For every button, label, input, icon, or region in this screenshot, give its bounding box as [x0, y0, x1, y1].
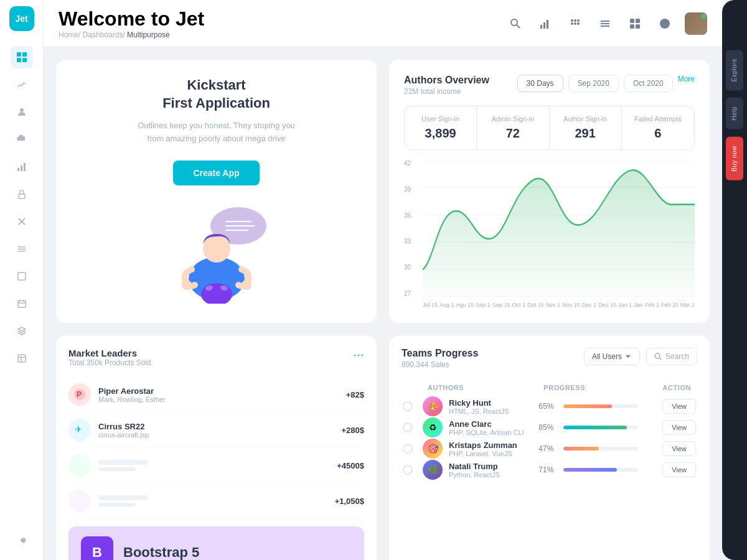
chart-y-labels: 42 39 36 33 30 27 [404, 160, 411, 297]
authors-title-group: Authors Overview 22M total income [404, 75, 489, 96]
sidebar-item-dashboard[interactable] [11, 46, 33, 68]
svg-rect-37 [636, 19, 640, 23]
svg-rect-5 [17, 168, 19, 171]
sidebar-item-cloud[interactable] [11, 128, 33, 151]
tab-oct-2020[interactable]: Oct 2020 [624, 75, 673, 92]
help-button[interactable]: Help [726, 98, 743, 129]
bootstrap-icon: B [81, 536, 113, 560]
market-title: Market Leaders [68, 348, 151, 358]
teams-filters: All Users Search [584, 348, 697, 365]
market-name-piper: Piper Aerostar [98, 386, 346, 396]
view-btn-ricky[interactable]: View [662, 399, 696, 414]
market-leaders-card: Market Leaders Total 350k Products Sold … [56, 335, 377, 560]
progress-pct-ricky: 65% [538, 402, 558, 411]
author-avatar-ricky: 🎨 [423, 396, 443, 416]
row-check-1[interactable] [403, 401, 413, 411]
dark-mode-icon[interactable] [655, 14, 675, 34]
svg-line-63 [659, 358, 661, 360]
table-row: 🎨 Ricky Hunt HTML, JS, ReactJS 65% [403, 396, 696, 416]
buy-now-button[interactable]: Buy now [726, 137, 743, 180]
breadcrumb-dashboards[interactable]: Dashboards/ [83, 30, 127, 39]
tab-sep-2020[interactable]: Sep 2020 [568, 75, 619, 92]
svg-rect-8 [19, 194, 25, 198]
market-item-piper: P Piper Aerostar Mark, Rowling, Esther +… [68, 377, 364, 413]
market-info-extra2 [98, 495, 335, 506]
view-btn-natali[interactable]: View [662, 462, 696, 477]
progress-kristaps: 47% [538, 444, 651, 453]
view-btn-kristaps[interactable]: View [662, 441, 696, 456]
market-logo-piper: P [68, 383, 91, 406]
content-grid: KickstartFirst Application Outlines keep… [44, 47, 722, 560]
stat-author-signin: Author Sign-in 291 [550, 106, 622, 149]
breadcrumb-home[interactable]: Home/ [59, 30, 83, 39]
tab-more[interactable]: More [678, 75, 695, 92]
stat-user-signin-value: 3,899 [415, 126, 466, 141]
view-btn-anne[interactable]: View [662, 420, 696, 435]
svg-rect-39 [636, 24, 640, 29]
row-check-4[interactable] [403, 465, 413, 475]
market-logo-cirrus: ✈ [68, 419, 91, 441]
market-more-icon[interactable]: ⋯ [353, 348, 364, 362]
market-info-piper: Piper Aerostar Mark, Rowling, Esther [98, 386, 346, 403]
svg-point-43 [182, 280, 192, 290]
sidebar-item-close[interactable] [11, 210, 33, 233]
tab-30-days[interactable]: 30 Days [517, 75, 563, 92]
sidebar-item-users[interactable] [11, 101, 33, 123]
teams-header: Teams Progress 890,344 Sales All Users S… [402, 348, 697, 369]
sidebar-item-list[interactable] [11, 238, 33, 260]
sidebar-item-template[interactable] [11, 347, 33, 370]
teams-title: Teams Progress [402, 348, 478, 359]
sidebar-item-calendar[interactable] [11, 292, 33, 315]
right-panel: Explore Help Buy now [722, 0, 747, 560]
stat-user-signin-label: User Sign-in [415, 115, 466, 123]
svg-rect-7 [24, 163, 26, 171]
sidebar-item-lock[interactable] [11, 183, 33, 205]
author-name-anne: Anne Clarc [449, 419, 524, 429]
svg-point-29 [577, 19, 580, 22]
menu-icon[interactable] [595, 14, 615, 34]
market-value-extra2: +1,050$ [335, 497, 364, 506]
sidebar-item-box[interactable] [11, 265, 33, 287]
svg-text:✈: ✈ [75, 424, 82, 434]
sidebar-item-analytics[interactable] [11, 73, 33, 96]
svg-rect-2 [17, 58, 21, 62]
author-name-kristaps: Kristaps Zumman [449, 441, 517, 450]
table-row: 🌿 Natali Trump Python, ReactJS 71% [403, 460, 696, 480]
row-check-3[interactable] [403, 444, 413, 454]
sidebar: Jet [0, 0, 44, 560]
explore-button[interactable]: Explore [726, 50, 743, 90]
svg-rect-25 [543, 22, 545, 29]
breadcrumb-current: Multipurpose [127, 30, 170, 39]
chart-icon[interactable] [535, 14, 555, 34]
sidebar-item-layers[interactable] [11, 320, 33, 342]
stat-author-signin-label: Author Sign-in [560, 115, 611, 123]
svg-rect-38 [630, 24, 634, 29]
market-item-extra1: +4500$ [68, 448, 364, 483]
apps-grid-icon[interactable] [625, 14, 645, 34]
svg-line-23 [517, 25, 520, 28]
col-authors: AUTHORS [423, 380, 537, 395]
authors-overview-card: Authors Overview 22M total income 30 Day… [389, 60, 710, 323]
search-icon[interactable] [505, 14, 525, 34]
row-check-2[interactable] [403, 422, 413, 432]
all-users-filter[interactable]: All Users [584, 348, 640, 365]
progress-bar-ricky [563, 404, 638, 408]
stat-failed-attempts: Failed Attempts 6 [622, 106, 694, 149]
kickstart-title: KickstartFirst Application [162, 77, 270, 112]
svg-point-62 [655, 353, 660, 358]
svg-rect-26 [547, 20, 548, 29]
grid-toggle-icon[interactable] [565, 14, 585, 34]
author-tech-kristaps: PHP, Laravel, VueJS [449, 450, 517, 457]
svg-rect-19 [18, 355, 26, 362]
sidebar-item-chart[interactable] [11, 156, 33, 178]
svg-rect-24 [540, 25, 542, 29]
create-app-button[interactable]: Create App [173, 161, 259, 185]
user-avatar-wrap[interactable] [685, 12, 707, 35]
app-logo[interactable]: Jet [9, 6, 34, 31]
market-logo-extra1 [68, 454, 91, 477]
author-info-kristaps: 🎯 Kristaps Zumman PHP, Laravel, VueJS [423, 439, 537, 459]
table-row: ♻ Anne Clarc PHP, SQLite, Artisan CLI 85 [403, 418, 696, 437]
progress-natali: 71% [538, 465, 651, 474]
sidebar-item-settings[interactable] [11, 529, 33, 551]
teams-search[interactable]: Search [646, 348, 697, 365]
